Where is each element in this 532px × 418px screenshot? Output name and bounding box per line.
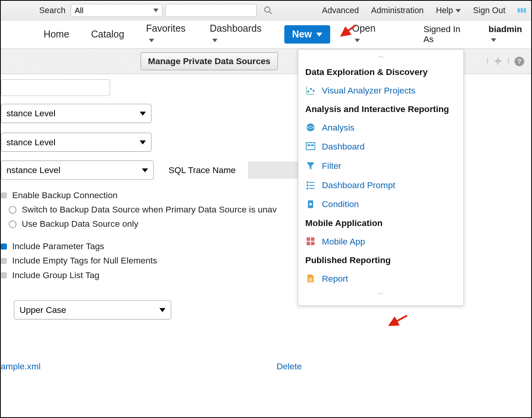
chevron-down-icon xyxy=(140,140,146,144)
menu-section-published: Published Reporting xyxy=(298,251,464,268)
list-icon xyxy=(305,180,316,190)
menu-item-dashboard-prompt[interactable]: Dashboard Prompt xyxy=(298,175,464,195)
menu-item-condition[interactable]: Condition xyxy=(298,195,464,214)
chevron-down-icon xyxy=(140,111,146,115)
svg-rect-21 xyxy=(311,237,314,241)
svg-point-8 xyxy=(307,124,314,131)
chart-scatter-icon xyxy=(305,85,316,95)
chevron-down-icon xyxy=(159,308,165,312)
globe-icon xyxy=(305,122,316,133)
svg-rect-13 xyxy=(309,182,315,183)
divider: | xyxy=(508,56,510,66)
new-menu-dropdown: ︿ Data Exploration & Discovery Visual An… xyxy=(298,49,464,306)
svg-rect-14 xyxy=(307,185,309,187)
filter-icon xyxy=(305,161,316,171)
search-scope-select[interactable]: All xyxy=(71,4,162,17)
mobile-icon xyxy=(305,236,316,246)
svg-line-1 xyxy=(269,12,272,14)
annotation-arrow xyxy=(337,23,359,42)
chevron-down-icon xyxy=(153,8,159,12)
help-icon[interactable]: ? xyxy=(515,56,524,66)
divider: | xyxy=(486,56,488,66)
svg-line-28 xyxy=(390,316,407,325)
nav-catalog[interactable]: Catalog xyxy=(91,29,124,40)
level-select-3[interactable]: nstance Level xyxy=(1,161,154,180)
use-backup-only-label: Use Backup Data Source only xyxy=(22,219,138,229)
use-backup-only-radio[interactable] xyxy=(9,220,16,228)
nav-new-button[interactable]: New xyxy=(284,25,330,43)
advanced-link[interactable]: Advanced xyxy=(322,5,359,15)
svg-rect-20 xyxy=(307,237,310,241)
svg-rect-11 xyxy=(311,144,314,146)
text-input[interactable] xyxy=(1,79,110,96)
menu-item-mobile-app[interactable]: Mobile App xyxy=(298,232,464,251)
enable-backup-checkbox[interactable] xyxy=(1,192,7,199)
menu-item-visual-analyzer-projects[interactable]: Visual Analyzer Projects xyxy=(298,81,464,100)
include-empty-tags-label: Include Empty Tags for Null Elements xyxy=(12,256,157,266)
signout-link[interactable]: Sign Out xyxy=(473,5,506,15)
svg-rect-10 xyxy=(307,144,310,146)
svg-rect-22 xyxy=(307,242,310,245)
report-icon xyxy=(305,273,316,284)
svg-rect-15 xyxy=(309,185,315,186)
sql-trace-name-label: SQL Trace Name xyxy=(169,165,236,175)
svg-rect-26 xyxy=(309,280,312,281)
include-group-list-tag-checkbox[interactable] xyxy=(1,272,7,278)
chevron-down-icon xyxy=(212,39,218,42)
chevron-down-icon xyxy=(142,168,148,172)
menu-section-data-exploration: Data Exploration & Discovery xyxy=(298,63,464,80)
svg-point-7 xyxy=(313,90,315,92)
enable-backup-label: Enable Backup Connection xyxy=(12,190,118,200)
svg-rect-24 xyxy=(309,278,312,279)
svg-rect-23 xyxy=(311,242,314,245)
chevron-down-icon xyxy=(455,9,461,12)
level-select-2[interactable]: stance Level xyxy=(1,133,152,152)
manage-private-data-sources-button[interactable]: Manage Private Data Sources xyxy=(141,52,278,70)
include-empty-tags-checkbox[interactable] xyxy=(1,258,7,264)
user-menu[interactable]: biadmin xyxy=(489,24,525,44)
menu-item-dashboard[interactable]: Dashboard xyxy=(298,137,464,156)
nav-dashboards[interactable]: Dashboards xyxy=(210,23,262,46)
menu-item-report[interactable]: Report xyxy=(298,269,464,288)
svg-rect-16 xyxy=(307,188,309,190)
switch-backup-label: Switch to Backup Data Source when Primar… xyxy=(22,205,276,215)
svg-point-6 xyxy=(310,88,312,90)
svg-point-0 xyxy=(265,7,270,12)
svg-line-27 xyxy=(341,25,355,36)
svg-point-2 xyxy=(496,59,499,62)
scroll-down-button[interactable]: ﹀ xyxy=(298,288,464,301)
scroll-up-button[interactable]: ︿ xyxy=(298,50,464,63)
condition-icon xyxy=(305,199,316,209)
settings-icon[interactable] xyxy=(493,56,502,65)
administration-link[interactable]: Administration xyxy=(371,5,424,15)
nav-home[interactable]: Home xyxy=(44,29,69,40)
search-input[interactable] xyxy=(165,4,257,17)
chevron-down-icon xyxy=(316,32,322,36)
menu-item-filter[interactable]: Filter xyxy=(298,156,464,175)
delete-link[interactable]: Delete xyxy=(276,361,302,371)
chevron-down-icon xyxy=(491,38,496,42)
sample-xml-link[interactable]: ample.xml xyxy=(1,361,41,371)
case-select[interactable]: Upper Case xyxy=(14,300,171,319)
include-parameter-tags-checkbox[interactable] xyxy=(1,243,7,250)
nav-favorites[interactable]: Favorites xyxy=(146,23,188,46)
menu-item-analysis[interactable]: Analysis xyxy=(298,118,464,137)
search-scope-value: All xyxy=(75,6,84,15)
menu-section-analysis: Analysis and Interactive Reporting xyxy=(298,100,464,118)
search-icon xyxy=(264,6,273,15)
include-group-list-tag-label: Include Group List Tag xyxy=(12,270,99,280)
top-bar: Search All Advanced Administration Help … xyxy=(1,1,532,20)
level-select-1[interactable]: stance Level xyxy=(1,104,152,123)
dashboard-icon xyxy=(305,141,316,152)
svg-rect-12 xyxy=(307,182,309,184)
svg-rect-17 xyxy=(309,188,315,189)
nav-bar: Home Catalog Favorites Dashboards New Op… xyxy=(1,20,532,49)
search-button[interactable] xyxy=(262,4,275,17)
app-grid-icon[interactable] xyxy=(518,8,526,12)
annotation-arrow xyxy=(385,313,411,332)
signed-in-as-label: Signed In As xyxy=(423,24,467,44)
help-link[interactable]: Help xyxy=(436,5,460,15)
svg-point-19 xyxy=(309,203,312,206)
switch-backup-radio[interactable] xyxy=(9,206,16,214)
svg-rect-25 xyxy=(309,279,312,280)
